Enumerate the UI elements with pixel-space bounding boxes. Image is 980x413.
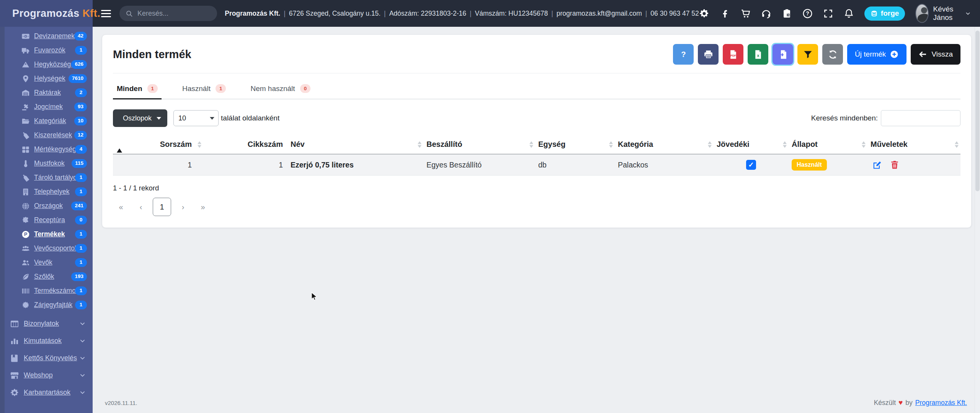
company-info-segment: 06 30 963 47 52 bbox=[650, 10, 699, 17]
sidebar-item-kategoriak[interactable]: Kategóriák10 bbox=[0, 114, 93, 128]
help-button[interactable]: ? bbox=[673, 44, 694, 65]
sidebar-group-kettos-konyveles[interactable]: Kettős Könyvelés bbox=[0, 350, 93, 367]
brand-name: Programozás bbox=[12, 8, 79, 20]
count-badge: 241 bbox=[71, 202, 87, 210]
sidebar-item-mustfokok[interactable]: Mustfokok115 bbox=[0, 156, 93, 171]
count-badge: 12 bbox=[74, 131, 87, 140]
export-excel-button[interactable]: x bbox=[748, 44, 768, 65]
pagination-control[interactable]: » bbox=[195, 198, 211, 216]
page-size-select-wrap: 10 bbox=[173, 110, 219, 126]
excise-checkbox[interactable]: ✓ bbox=[746, 160, 756, 170]
column-header-sorszam[interactable]: Sorszám bbox=[127, 136, 203, 154]
export-file-button[interactable] bbox=[773, 44, 793, 65]
pagination-page-current[interactable]: 1 bbox=[153, 198, 171, 216]
printer-icon bbox=[703, 49, 714, 60]
sidebar-item-fuvarozok[interactable]: Fuvarozók1 bbox=[0, 43, 93, 57]
pagination-control[interactable]: › bbox=[175, 198, 191, 216]
sidebar-item-label: Vevők bbox=[34, 259, 52, 267]
column-label: Név bbox=[291, 140, 305, 148]
sidebar-item-zarjegyfajtak[interactable]: Zárjegyfajták1 bbox=[0, 298, 93, 312]
filter-button[interactable] bbox=[797, 44, 818, 65]
column-header-allapot[interactable]: Állapot bbox=[789, 136, 867, 154]
column-header-beszallito[interactable]: Beszállító bbox=[423, 136, 535, 154]
refresh-icon bbox=[828, 49, 838, 60]
sidebar-item-kiszerelesek[interactable]: Kiszerelések12 bbox=[0, 128, 93, 142]
sort-arrows-icon bbox=[198, 141, 201, 148]
page-size-select[interactable]: 10 bbox=[173, 110, 219, 126]
print-button[interactable] bbox=[698, 44, 719, 65]
column-header-kategoria[interactable]: Kategória bbox=[615, 136, 714, 154]
sidebar-item-termekszamok[interactable]: Termékszámok1 bbox=[0, 284, 93, 298]
column-header-sort[interactable] bbox=[113, 136, 127, 154]
search-all-input[interactable] bbox=[881, 110, 960, 126]
gear-icon[interactable] bbox=[699, 8, 709, 19]
column-label: Állapot bbox=[792, 140, 818, 148]
table-wrap: SorszámCikkszámNévBeszállítóEgységKategó… bbox=[113, 136, 960, 176]
global-search[interactable] bbox=[119, 6, 217, 21]
sidebar-item-receptura[interactable]: Receptúra0 bbox=[0, 213, 93, 227]
bell-icon[interactable] bbox=[844, 8, 854, 19]
column-header-egyseg[interactable]: Egység bbox=[535, 136, 615, 154]
sidebar-group-karbantartasok[interactable]: Karbantartások bbox=[0, 384, 93, 401]
scrollbar-thumb[interactable] bbox=[975, 31, 980, 191]
sidebar-item-orszagok[interactable]: Országok241 bbox=[0, 199, 93, 213]
fullscreen-icon[interactable] bbox=[823, 8, 833, 19]
user-name: Kévés János bbox=[933, 5, 960, 22]
chevron-down-icon bbox=[79, 355, 86, 361]
export-pdf-button[interactable]: PDF bbox=[723, 44, 743, 65]
facebook-icon[interactable] bbox=[720, 8, 730, 19]
user-menu[interactable]: Kévés János bbox=[915, 4, 971, 23]
sidebar-group-bizonylatok[interactable]: Bizonylatok bbox=[0, 315, 93, 332]
clipboard-clock-icon[interactable] bbox=[782, 8, 792, 19]
tab-nem-hasznalt[interactable]: Nem használt0 bbox=[247, 83, 314, 99]
trash-icon[interactable] bbox=[890, 160, 900, 170]
forge-badge[interactable]: forge bbox=[864, 7, 905, 21]
sidebar-item-label: Receptúra bbox=[34, 216, 65, 224]
column-label: Kategória bbox=[618, 140, 653, 148]
brand-logo[interactable]: Programozás Kft. bbox=[0, 0, 93, 27]
refresh-button[interactable] bbox=[822, 44, 843, 65]
sidebar-item-telephelyek[interactable]: Telephelyek1 bbox=[0, 185, 93, 199]
columns-button[interactable]: Oszlopok bbox=[113, 109, 167, 127]
barcode-icon bbox=[21, 287, 30, 295]
column-header-nev[interactable]: Név bbox=[287, 136, 423, 154]
column-header-cikkszam[interactable]: Cikkszám bbox=[203, 136, 287, 154]
sidebar-item-tarolo-tartalyok[interactable]: Tároló tartályok1 bbox=[0, 171, 93, 185]
column-label: Egység bbox=[538, 140, 565, 148]
sidebar-group-label: Webshop bbox=[24, 371, 53, 379]
sidebar-item-jogcimek[interactable]: Jogcímek93 bbox=[0, 100, 93, 114]
column-header-jovedeki[interactable]: Jövedéki bbox=[714, 136, 789, 154]
chevron-down-icon bbox=[79, 389, 86, 396]
sidebar-item-helysegek[interactable]: Helységek7610 bbox=[0, 72, 93, 86]
sort-arrows-icon bbox=[783, 141, 787, 148]
cart-icon[interactable] bbox=[740, 8, 751, 19]
back-button[interactable]: Vissza bbox=[911, 44, 960, 65]
pagination-control[interactable]: ‹ bbox=[133, 198, 149, 216]
tab-hasznalt[interactable]: Használt1 bbox=[178, 83, 230, 99]
sidebar-item-termekek[interactable]: PTermékek1 bbox=[0, 227, 93, 241]
sidebar-group-webshop[interactable]: Webshop bbox=[0, 367, 93, 384]
edit-icon[interactable] bbox=[872, 160, 882, 170]
top-navbar: Programozás Kft.|6726 Szeged, Csalogány … bbox=[93, 0, 980, 27]
menu-toggle-icon[interactable] bbox=[101, 8, 111, 19]
headset-icon[interactable] bbox=[761, 8, 771, 19]
sidebar-group-kimutatasok[interactable]: Kimutatások bbox=[0, 332, 93, 350]
sidebar-item-mertekegysegek[interactable]: Mértékegységek4 bbox=[0, 142, 93, 156]
new-product-button[interactable]: Új termék bbox=[847, 44, 906, 65]
tab-minden[interactable]: Minden1 bbox=[113, 83, 162, 99]
sidebar-item-raktarak[interactable]: Raktárak2 bbox=[0, 86, 93, 100]
scrollbar-track[interactable] bbox=[975, 27, 980, 413]
sidebar-item-vevok[interactable]: Vevők1 bbox=[0, 255, 93, 270]
count-badge: 1 bbox=[75, 244, 87, 253]
pagination-control[interactable]: « bbox=[113, 198, 129, 216]
sidebar-item-szolok[interactable]: Szőlők193 bbox=[0, 270, 93, 284]
sidebar-item-devizanemek[interactable]: Devizanemek42 bbox=[0, 29, 93, 43]
column-header-muveletek[interactable]: Műveletek bbox=[867, 136, 960, 154]
help-circle-icon[interactable]: ? bbox=[802, 8, 813, 19]
sidebar-item-hegykozsegek[interactable]: Hegyközségek626 bbox=[0, 57, 93, 72]
footer-link[interactable]: Programozás Kft. bbox=[915, 399, 967, 407]
search-input[interactable] bbox=[137, 9, 203, 18]
column-label: Cikkszám bbox=[248, 140, 283, 148]
sidebar-item-vevocsoportok[interactable]: Vevőcsoportok1 bbox=[0, 241, 93, 255]
sidebar-item-label: Mustfokok bbox=[34, 159, 65, 167]
